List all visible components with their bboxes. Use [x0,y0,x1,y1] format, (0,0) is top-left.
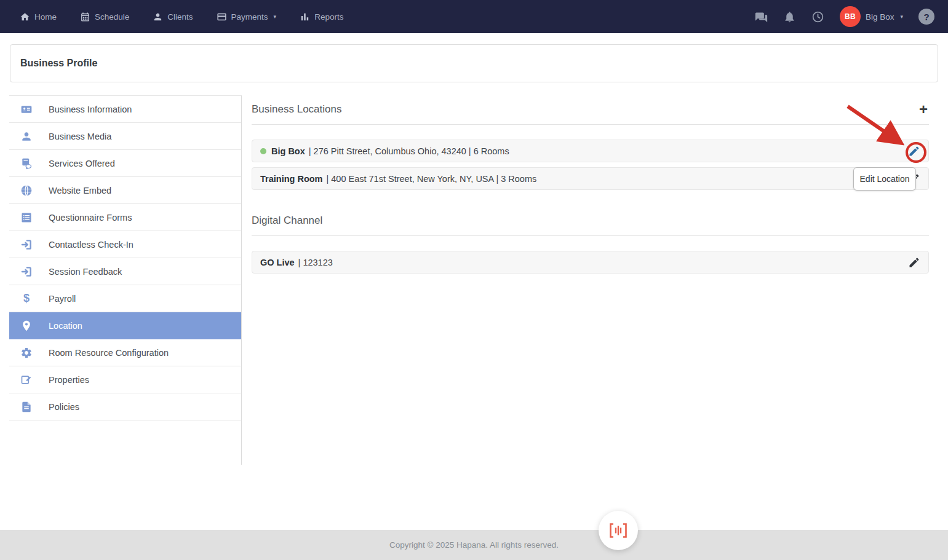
digital-channel-row-go-live[interactable]: GO Live | 123123 [252,251,929,274]
sidebar-item-label: Business Information [49,105,132,114]
location-details: | 400 East 71st Street, New York, NY, US… [327,174,537,184]
person-icon [20,130,33,143]
sidebar-item-label: Questionnaire Forms [49,213,132,223]
gear-icon [20,347,33,359]
chevron-down-icon: ▾ [274,14,277,20]
edit-location-tooltip: Edit Location [853,167,916,191]
location-row-big-box[interactable]: Big Box | 276 Pitt Street, Columbus Ohio… [252,140,929,162]
content-area: Business Information Business Media Serv… [0,95,948,465]
sidebar-item-label: Policies [49,402,79,412]
credit-card-icon [217,12,227,22]
top-navigation: Home Schedule Clients Payments ▾ Repor [0,0,948,33]
document-icon [20,401,33,413]
chevron-down-icon: ▾ [900,14,903,20]
status-dot [260,148,266,154]
footer: Copyright © 2025 Hapana. All rights rese… [0,530,948,560]
digital-channel-list: GO Live | 123123 [252,251,929,274]
location-row-training-room[interactable]: Training Room | 400 East 71st Street, Ne… [252,167,929,190]
business-locations-list: Big Box | 276 Pitt Street, Columbus Ohio… [252,140,929,190]
nav-clients[interactable]: Clients [153,12,193,22]
page-title-card: Business Profile [10,44,938,82]
digital-channel-header: Digital Channel [252,207,929,236]
pencil-icon [908,256,920,269]
sidebar-item-services-offered[interactable]: Services Offered [9,150,241,177]
avatar[interactable]: BB [840,6,861,27]
sidebar-item-policies[interactable]: Policies [9,393,241,420]
page-title: Business Profile [20,58,928,69]
brand-logo-button[interactable] [599,511,638,550]
sidebar-item-location[interactable]: Location [9,312,241,339]
nav-payments[interactable]: Payments ▾ [217,12,277,22]
account-menu[interactable]: BB Big Box ▾ [840,6,903,27]
nav-left-group: Home Schedule Clients Payments ▾ Repor [20,12,343,22]
sign-in-icon [20,266,33,278]
business-locations-title: Business Locations [252,103,341,116]
sidebar-item-label: Session Feedback [49,267,122,277]
book-chat-icon [20,157,33,170]
map-pin-icon [20,320,33,332]
sidebar-item-label: Room Resource Configuration [49,348,169,358]
sidebar-item-label: Location [49,321,82,331]
nav-right-group: BB Big Box ▾ ? [755,6,934,27]
channel-details: | 123123 [298,258,333,267]
nav-schedule-label: Schedule [95,12,129,22]
tooltip-label: Edit Location [860,174,910,184]
sidebar-item-label: Contactless Check-In [49,240,133,250]
sidebar-item-website-embed[interactable]: Website Embed [9,177,241,204]
calendar-icon [80,12,90,22]
add-location-button[interactable]: + [918,104,929,115]
list-icon [20,211,33,224]
sidebar-item-properties[interactable]: Properties [9,366,241,393]
edit-note-icon [20,374,33,386]
edit-channel-button[interactable] [908,256,920,269]
sidebar-item-business-information[interactable]: Business Information [9,96,241,123]
location-details: | 276 Pitt Street, Columbus Ohio, 43240 … [309,146,509,156]
nav-reports[interactable]: Reports [300,12,343,22]
main-content: Business Locations + Big Box | 276 Pitt … [242,95,948,278]
home-icon [20,12,30,22]
clock-icon[interactable] [811,10,824,23]
sidebar-item-label: Properties [49,375,89,385]
channel-name: GO Live [260,258,295,267]
bar-chart-icon [300,12,310,22]
nav-schedule[interactable]: Schedule [80,12,129,22]
sidebar: Business Information Business Media Serv… [9,95,242,465]
nav-reports-label: Reports [314,12,343,22]
edit-location-button[interactable] [908,145,920,157]
globe-icon [20,184,33,197]
sidebar-item-label: Payroll [49,294,76,304]
id-card-icon [20,103,33,116]
nav-payments-label: Clients [167,12,193,22]
chat-icon[interactable] [755,10,768,23]
sidebar-item-questionnaire-forms[interactable]: Questionnaire Forms [9,204,241,231]
bell-icon[interactable] [783,10,796,23]
sidebar-item-room-resource-configuration[interactable]: Room Resource Configuration [9,339,241,366]
account-name: Big Box [866,12,894,22]
sidebar-item-label: Website Embed [49,186,111,195]
digital-channel-title: Digital Channel [252,215,322,227]
sidebar-item-session-feedback[interactable]: Session Feedback [9,258,241,285]
user-icon [153,12,163,22]
nav-home-label: Home [34,12,57,22]
sidebar-item-payroll[interactable]: $ Payroll [9,285,241,312]
nav-home[interactable]: Home [20,12,57,22]
pencil-icon [908,145,920,157]
business-locations-header: Business Locations + [252,95,929,125]
dollar-icon: $ [20,293,33,305]
sidebar-item-contactless-check-in[interactable]: Contactless Check-In [9,231,241,258]
help-icon[interactable]: ? [918,9,934,25]
location-name: Training Room [260,174,323,184]
copyright-text: Copyright © 2025 Hapana. All rights rese… [389,540,559,550]
nav-clients-label: Payments [231,12,268,22]
sidebar-item-business-media[interactable]: Business Media [9,123,241,150]
sidebar-item-label: Business Media [49,132,111,141]
sign-in-icon [20,239,33,251]
sidebar-item-label: Services Offered [49,159,115,168]
barcode-scan-icon [608,523,628,538]
location-name: Big Box [271,146,305,156]
